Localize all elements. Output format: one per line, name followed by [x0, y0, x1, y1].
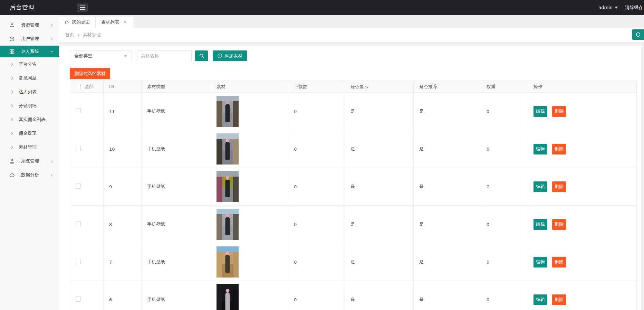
user-name: admin	[598, 5, 613, 10]
header-visible: 是否显示	[345, 81, 414, 93]
row-checkbox[interactable]	[76, 146, 81, 151]
user-icon	[9, 22, 15, 28]
submenu-item-material-management[interactable]: 素材管理	[0, 140, 59, 154]
table-row: 8 手机壁纸 0 是 是 0 编辑 删除	[70, 206, 637, 243]
cell-visible: 是	[345, 281, 414, 310]
row-checkbox[interactable]	[76, 221, 81, 226]
select-all-checkbox[interactable]	[76, 84, 81, 89]
material-table: 全部 ID 素材类型 素材 下载数 是否显示 是否推荐 权重 操作 1	[70, 81, 637, 310]
add-material-label: 添加素材	[224, 53, 242, 59]
user-menu[interactable]: admin	[598, 5, 618, 10]
delete-button[interactable]: 删除	[552, 219, 566, 230]
cell-id: 11	[104, 93, 142, 130]
delete-selected-button[interactable]: 删除勾选的素材	[70, 68, 110, 79]
delete-button[interactable]: 删除	[552, 181, 566, 192]
thumbnail[interactable]	[217, 171, 239, 202]
delete-button[interactable]: 删除	[552, 144, 566, 154]
thumbnail[interactable]	[217, 96, 239, 127]
submenu-item-real-commission-list[interactable]: 真实佣金列表	[0, 113, 59, 126]
submenu-item-faq[interactable]: 常见问题	[0, 71, 59, 85]
add-material-button[interactable]: 添加素材	[213, 50, 247, 61]
submenu-item-distribution-detail[interactable]: 分销明细	[0, 99, 59, 113]
filter-row: 全部类型 添加素材	[70, 50, 641, 61]
cell-recommended: 是	[414, 130, 481, 168]
submenu-item-label: 常见问题	[19, 75, 37, 81]
edit-button[interactable]: 编辑	[534, 144, 547, 154]
breadcrumb-home[interactable]: 首页	[65, 32, 74, 38]
header-weight: 权重	[481, 81, 528, 93]
edit-button[interactable]: 编辑	[534, 181, 547, 192]
select-caret-icon	[124, 55, 127, 57]
tab-material-list[interactable]: 素材列表 ×	[96, 17, 133, 28]
refresh-button[interactable]	[632, 29, 644, 40]
cell-visible: 是	[345, 93, 414, 130]
submenu-item-platform-notice[interactable]: 平台公告	[0, 57, 59, 71]
hamburger-icon	[80, 6, 85, 10]
thumbnail[interactable]	[217, 284, 239, 310]
tab-desktop[interactable]: 我的桌面	[59, 17, 96, 28]
edit-button[interactable]: 编辑	[534, 106, 547, 117]
plus-circle-icon	[217, 53, 222, 58]
type-select[interactable]: 全部类型	[70, 50, 132, 61]
search-button[interactable]	[195, 50, 208, 61]
search-icon	[199, 53, 204, 59]
sidebar-item-users[interactable]: 用户管理	[0, 32, 59, 46]
sidebar-item-system[interactable]: 系统管理	[0, 154, 59, 168]
cell-downloads: 0	[288, 93, 345, 130]
delete-button[interactable]: 删除	[552, 106, 566, 117]
chevron-left-icon	[50, 37, 54, 41]
row-checkbox[interactable]	[76, 108, 81, 113]
edit-button[interactable]: 编辑	[534, 219, 547, 230]
clear-cache-button[interactable]: 清除缓存	[625, 4, 643, 11]
submenu-item-label: 佣金提现	[19, 130, 37, 137]
cell-recommended: 是	[414, 206, 481, 243]
table-row: 11 手机壁纸 0 是 是 0 编辑 删除	[70, 93, 637, 130]
header-downloads: 下载数	[288, 81, 345, 93]
close-icon[interactable]: ×	[123, 20, 127, 25]
thumbnail[interactable]	[217, 133, 239, 165]
cell-downloads: 0	[288, 206, 345, 243]
person-icon	[9, 158, 15, 164]
thumbnail[interactable]	[217, 246, 239, 278]
header-material: 素材	[211, 81, 288, 93]
sidebar-item-resources[interactable]: 资源管理	[0, 18, 59, 32]
row-checkbox[interactable]	[76, 184, 81, 189]
delete-button[interactable]: 删除	[552, 257, 566, 267]
row-checkbox[interactable]	[76, 297, 81, 302]
arrow-right-icon	[10, 104, 14, 108]
breadcrumb: 首页 / 素材管理	[59, 28, 644, 43]
sidebar-item-talent-system[interactable]: 达人系统	[0, 46, 59, 57]
cell-recommended: 是	[414, 243, 481, 281]
chevron-left-icon	[50, 173, 54, 177]
sidebar-item-label: 系统管理	[21, 158, 50, 164]
cell-id: 7	[104, 243, 142, 281]
table-row: 7 手机壁纸 0 是 是 0 编辑 删除	[70, 243, 637, 281]
cloud-icon	[9, 172, 15, 178]
topbar-right: admin 清除缓存	[598, 4, 644, 11]
delete-button[interactable]: 删除	[552, 294, 566, 305]
submenu-item-label: 分销明细	[19, 103, 37, 109]
submenu-item-talent-list[interactable]: 达人列表	[0, 85, 59, 99]
chevron-left-icon	[50, 23, 54, 27]
cell-id: 10	[104, 130, 142, 168]
submenu-item-label: 素材管理	[19, 144, 37, 150]
cell-weight: 0	[481, 281, 528, 310]
cell-material-type: 手机壁纸	[142, 206, 211, 243]
edit-button[interactable]: 编辑	[534, 294, 547, 305]
material-name-input[interactable]	[137, 50, 192, 61]
hamburger-button[interactable]	[77, 3, 88, 12]
sidebar-item-data-analysis[interactable]: 数据分析	[0, 168, 59, 182]
app-title: 后台管理	[0, 3, 59, 11]
row-checkbox[interactable]	[76, 259, 81, 264]
cell-visible: 是	[345, 130, 414, 168]
chevron-down-icon	[50, 50, 54, 54]
cell-visible: 是	[345, 168, 414, 206]
table-header-row: 全部 ID 素材类型 素材 下载数 是否显示 是否推荐 权重 操作	[70, 81, 637, 93]
cell-material-type: 手机壁纸	[142, 130, 211, 168]
edit-button[interactable]: 编辑	[534, 257, 547, 267]
thumbnail[interactable]	[217, 209, 239, 240]
submenu-item-commission-withdraw[interactable]: 佣金提现	[0, 126, 59, 140]
cell-weight: 0	[481, 243, 528, 281]
grid-icon	[9, 49, 15, 55]
type-select-value: 全部类型	[74, 53, 92, 59]
